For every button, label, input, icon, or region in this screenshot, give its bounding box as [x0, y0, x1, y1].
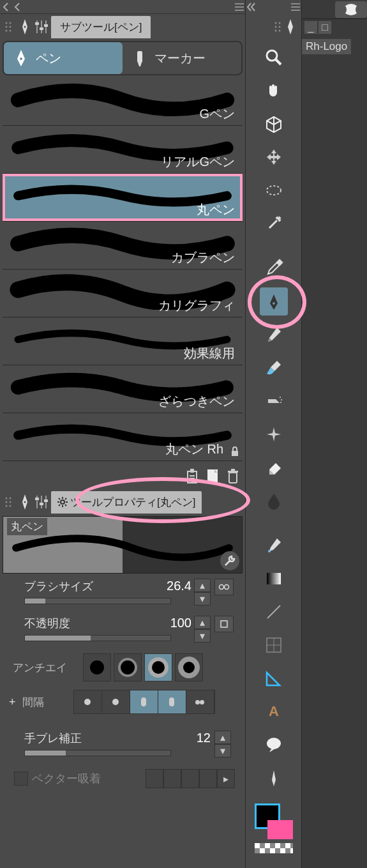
wand-icon[interactable]	[260, 209, 288, 238]
color-swatch[interactable]	[255, 803, 293, 848]
cube-icon[interactable]	[260, 110, 288, 138]
svg-rect-15	[44, 24, 48, 27]
brush-label: 効果線用	[184, 345, 235, 362]
drag-grip-icon[interactable]	[272, 16, 285, 38]
svg-rect-20	[190, 469, 194, 473]
balloon-icon[interactable]	[260, 731, 288, 759]
eraser-icon[interactable]	[260, 453, 288, 482]
vector-btn[interactable]	[199, 769, 217, 788]
drag-grip-icon[interactable]	[3, 491, 15, 513]
svg-point-16	[20, 57, 22, 60]
slider-icon[interactable]	[34, 491, 49, 513]
prop-track[interactable]	[24, 635, 171, 641]
blade-icon[interactable]	[260, 764, 288, 792]
dip-pen-icon[interactable]	[260, 531, 288, 560]
clipboard-button[interactable]	[183, 466, 202, 487]
spacing-option[interactable]	[102, 690, 130, 713]
blend-button[interactable]	[214, 616, 234, 632]
spacing-option[interactable]	[74, 690, 102, 713]
brush-item[interactable]: ざらつきペン	[3, 365, 243, 413]
panel-menu-icon[interactable]	[290, 1, 301, 13]
chevron-dbl-left-icon[interactable]	[246, 1, 257, 13]
spinner[interactable]: ▴▾	[214, 731, 231, 747]
preview-name: 丸ペン	[7, 518, 47, 535]
slider-icon[interactable]	[34, 16, 49, 38]
panel-menu-icon[interactable]	[234, 1, 245, 13]
file-tab[interactable]: Rh-Logo	[302, 39, 351, 54]
svg-rect-24	[229, 473, 237, 483]
pipette-icon[interactable]	[260, 254, 288, 282]
vector-checkbox[interactable]	[14, 772, 28, 786]
hand-icon[interactable]	[260, 77, 288, 105]
prop-track[interactable]	[24, 598, 171, 604]
minimize-icon[interactable]: _	[304, 21, 317, 34]
ellipse-select-icon[interactable]	[260, 176, 288, 204]
brush-item[interactable]: 丸ペン Rh	[3, 413, 243, 461]
brush-preview: 丸ペン	[3, 516, 243, 574]
tool-property-tabbar: ツールプロパティ[丸ペン]	[0, 489, 245, 515]
antialias-option[interactable]	[83, 653, 111, 681]
pen-nib-icon	[18, 16, 32, 38]
brush-item-selected[interactable]: 丸ペン	[3, 174, 243, 222]
brush-item[interactable]: リアルGペン	[3, 126, 243, 174]
line-icon[interactable]	[260, 598, 288, 626]
prop-track[interactable]	[24, 750, 171, 756]
antialias-option[interactable]	[114, 653, 142, 681]
move-arrows-icon[interactable]	[260, 143, 288, 171]
magnifier-icon[interactable]	[260, 43, 288, 72]
svg-point-69	[281, 399, 282, 400]
svg-point-8	[10, 30, 11, 32]
sparkle-icon[interactable]	[260, 420, 288, 448]
text-icon[interactable]: A	[260, 697, 288, 726]
pen-category-tabs: ペン マーカー	[3, 41, 243, 75]
airbrush-icon[interactable]	[260, 387, 288, 415]
antialias-option[interactable]	[144, 653, 172, 681]
antialias-option[interactable]	[175, 653, 203, 681]
brush-label: 丸ペン Rh	[165, 441, 223, 458]
vector-btn[interactable]	[163, 769, 181, 788]
brush-item[interactable]: 効果線用	[3, 317, 243, 365]
brush-icon[interactable]	[260, 354, 288, 382]
svg-point-59	[279, 26, 281, 28]
chevron-left-icon[interactable]	[11, 1, 23, 13]
spinner[interactable]: ▴▾	[194, 579, 211, 595]
tab-pen[interactable]: ペン	[4, 42, 123, 74]
spacing-option[interactable]	[130, 690, 158, 713]
svg-rect-17	[137, 51, 142, 63]
svg-rect-11	[41, 20, 42, 33]
svg-point-61	[279, 30, 281, 32]
expand-icon[interactable]: +	[9, 696, 16, 709]
gradient-icon[interactable]	[260, 565, 288, 593]
trash-button[interactable]	[223, 466, 243, 487]
pen-tool-icon[interactable]	[260, 287, 288, 316]
pencil-icon[interactable]	[260, 321, 288, 349]
drag-grip-icon[interactable]	[3, 16, 15, 38]
prop-value[interactable]: 26.4	[167, 579, 191, 593]
svg-rect-39	[44, 499, 48, 502]
spacing-option[interactable]	[158, 690, 186, 713]
tab-marker[interactable]: マーカー	[123, 42, 241, 74]
ink-icon[interactable]	[260, 487, 288, 515]
vector-more[interactable]: ▸	[217, 769, 235, 788]
prop-value[interactable]: 12	[197, 731, 211, 745]
maximize-icon[interactable]: □	[318, 21, 331, 34]
brush-item[interactable]: カブラペン	[3, 222, 243, 270]
triangle-ruler-icon[interactable]	[260, 664, 288, 692]
new-button[interactable]	[203, 466, 222, 487]
brush-item[interactable]: カリグラフィ	[3, 270, 243, 317]
pressure-button[interactable]	[214, 579, 234, 595]
brush-label: リアルGペン	[161, 153, 235, 171]
csp-logo-icon[interactable]	[335, 1, 367, 18]
svg-point-78	[267, 738, 281, 749]
spinner[interactable]: ▴▾	[194, 616, 211, 632]
spacing-option[interactable]	[186, 690, 214, 713]
svg-point-50	[220, 585, 224, 590]
vector-btn[interactable]	[181, 769, 199, 788]
chevron-left-icon[interactable]	[0, 1, 11, 13]
svg-point-31	[6, 505, 8, 507]
brush-item[interactable]: Gペン	[3, 78, 243, 126]
ruler-grid-icon[interactable]	[260, 631, 288, 659]
wrench-button[interactable]	[220, 551, 239, 570]
prop-value[interactable]: 100	[170, 616, 191, 630]
vector-btn[interactable]	[146, 769, 163, 788]
